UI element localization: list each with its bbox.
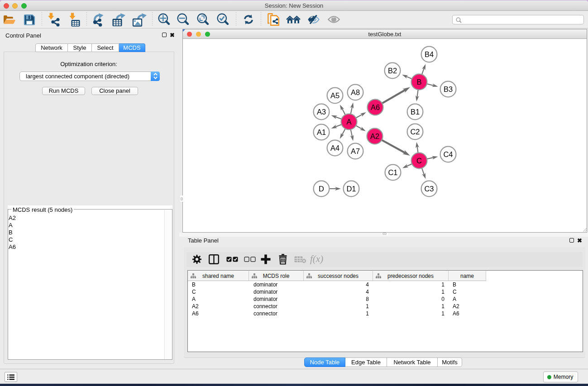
svg-text:C4: C4: [443, 150, 453, 158]
svg-text:A2: A2: [370, 132, 379, 140]
svg-text:A: A: [346, 118, 351, 126]
svg-text:A6: A6: [371, 103, 380, 111]
svg-text:A1: A1: [317, 128, 326, 136]
svg-text:D: D: [319, 185, 324, 193]
svg-text:A5: A5: [330, 91, 339, 100]
svg-text:C1: C1: [388, 168, 397, 176]
svg-text:A3: A3: [317, 108, 326, 116]
svg-text:B2: B2: [388, 67, 397, 75]
svg-text:B3: B3: [444, 85, 453, 93]
svg-text:C3: C3: [424, 185, 434, 193]
svg-text:A8: A8: [351, 88, 360, 96]
svg-text:B4: B4: [425, 50, 434, 58]
svg-text:D1: D1: [346, 185, 356, 193]
svg-text:A4: A4: [330, 144, 339, 152]
svg-text:B: B: [416, 78, 421, 86]
svg-text:C2: C2: [410, 128, 420, 136]
svg-text:A7: A7: [351, 147, 360, 155]
svg-text:B1: B1: [411, 108, 420, 116]
svg-text:C: C: [416, 157, 422, 165]
